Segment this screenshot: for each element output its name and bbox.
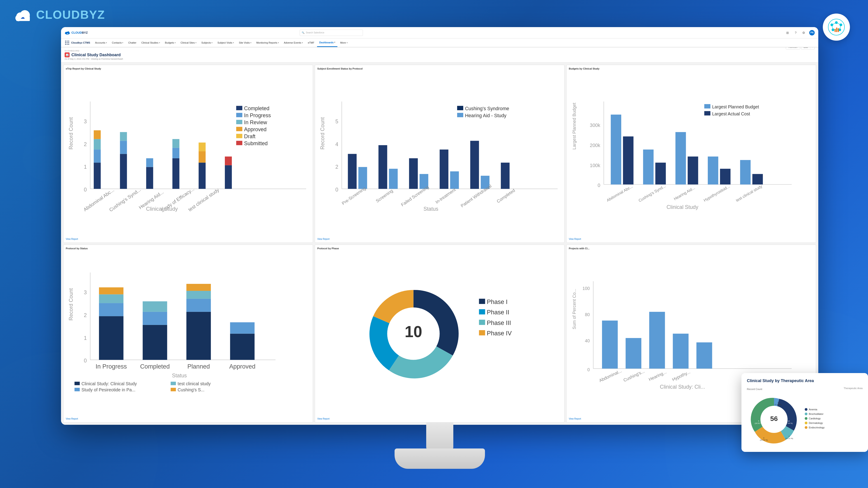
protocol-status-chart-svg: 0 1 2 3 xyxy=(66,251,310,417)
nav-item-subject-visits[interactable]: Subject Visits ▾ xyxy=(215,38,236,47)
nav-item-contacts[interactable]: Contacts ▾ xyxy=(110,38,125,47)
svg-text:Cushing's...: Cushing's... xyxy=(623,369,645,383)
sf-topbar-icons: ⊞ ? ⚙ PN xyxy=(785,30,815,35)
svg-text:Hypothy...: Hypothy... xyxy=(672,369,691,382)
svg-text:(22.22 %): (22.22 %) xyxy=(760,439,768,441)
svg-rect-139 xyxy=(170,388,176,391)
chevron-down-icon: ▾ xyxy=(106,42,107,44)
budgets-chart-body: 0 100k 200k 300k xyxy=(569,71,813,237)
svg-rect-88 xyxy=(623,136,633,185)
svg-text:2: 2 xyxy=(335,164,338,170)
svg-text:40: 40 xyxy=(585,338,590,343)
user-avatar[interactable]: PN xyxy=(809,30,815,35)
help-icon[interactable]: ? xyxy=(793,30,798,35)
svg-text:Approved: Approved xyxy=(229,363,255,370)
salesforce-ui: ☁ CLOUDBYZ 🔍 Search Salesforce ⊞ ? ⚙ PN xyxy=(61,27,818,425)
svg-rect-104 xyxy=(704,111,711,116)
monitor-base xyxy=(395,449,485,469)
svg-rect-143 xyxy=(479,299,485,304)
nav-item-clinical-studies[interactable]: Clinical Studies ▾ xyxy=(139,38,162,47)
etrip-view-report[interactable]: View Report xyxy=(66,238,310,240)
chevron-down-icon: ▾ xyxy=(250,42,251,44)
svg-text:Clinical Study: Clinical Study xyxy=(146,206,178,212)
edit-dropdown-button[interactable]: ▾ xyxy=(810,47,815,50)
monitor-screen: ☁ CLOUDBYZ 🔍 Search Salesforce ⊞ ? ⚙ PN xyxy=(61,27,818,425)
floating-icon-badge xyxy=(823,13,850,41)
nav-item-monitoring-reports[interactable]: Monitoring Reports ▾ xyxy=(254,38,281,47)
legend-item-cardiology: Cardiology xyxy=(805,417,863,420)
sf-search-box[interactable]: 🔍 Search Salesforce xyxy=(300,30,363,36)
nav-item-accounts[interactable]: Accounts ▾ xyxy=(93,38,109,47)
edit-button[interactable]: Edit xyxy=(801,47,810,50)
svg-rect-124 xyxy=(186,284,211,291)
svg-rect-23 xyxy=(146,167,153,189)
floating-donut-svg: 56 2 (7.41 %) 10 (37.04 %) 3 (11.11 %) 6… xyxy=(747,392,801,447)
svg-rect-135 xyxy=(74,388,80,391)
budgets-view-report[interactable]: View Report xyxy=(569,238,813,240)
refresh-button[interactable]: Refresh xyxy=(786,47,800,50)
svg-text:3: 3 xyxy=(789,435,790,437)
nav-item-chatter[interactable]: Chatter xyxy=(126,38,138,47)
svg-text:10: 10 xyxy=(405,323,422,340)
enrollment-title: Subject Enrollment Status by Protocol xyxy=(317,67,562,70)
enrollment-view-report[interactable]: View Report xyxy=(317,238,562,240)
svg-text:Status: Status xyxy=(172,372,187,379)
sf-cloud-icon: ☁ xyxy=(65,31,70,35)
svg-text:Abdominal...: Abdominal... xyxy=(598,368,622,383)
svg-text:Study of Pesireotide in Pa...: Study of Pesireotide in Pa... xyxy=(82,388,135,392)
nav-item-clinical-sites[interactable]: Clinical Sites ▾ xyxy=(178,38,199,47)
svg-rect-77 xyxy=(457,113,463,117)
svg-rect-145 xyxy=(479,309,485,314)
nav-item-dashboards[interactable]: Dashboards ▾ xyxy=(317,38,338,47)
svg-text:Hearing...: Hearing... xyxy=(648,370,667,382)
dashboard-title: 📊 Clinical Study Dashboard xyxy=(65,53,815,57)
protocol-phase-card: Protocol by Phase xyxy=(315,245,564,423)
svg-text:Submitted: Submitted xyxy=(244,140,268,146)
dashboard-breadcrumb: DASHBOARD xyxy=(65,50,815,52)
svg-rect-46 xyxy=(236,134,242,138)
legend-item-brochodilator: Brochodilator xyxy=(805,413,863,415)
svg-rect-192 xyxy=(836,28,837,32)
protocol-status-view-report[interactable]: View Report xyxy=(66,418,310,420)
svg-text:Largest Actual Cost: Largest Actual Cost xyxy=(712,111,750,116)
svg-rect-96 xyxy=(752,174,763,184)
svg-text:Phase I: Phase I xyxy=(487,298,507,305)
legend-item-dermatology: Dermatology xyxy=(805,422,863,424)
svg-text:2: 2 xyxy=(84,141,87,147)
svg-text:Record Count: Record Count xyxy=(68,288,74,321)
sf-topbar: ☁ CLOUDBYZ 🔍 Search Salesforce ⊞ ? ⚙ PN xyxy=(61,27,818,38)
setup-icon[interactable]: ⊞ xyxy=(785,30,790,35)
protocol-phase-view-report[interactable]: View Report xyxy=(317,418,562,420)
nav-app-label: Cloudbyz CTMS xyxy=(63,38,92,47)
sf-logo-text: CLOUDBYZ xyxy=(71,31,88,34)
chevron-down-icon: ▾ xyxy=(233,42,234,44)
svg-text:(18.52 %): (18.52 %) xyxy=(755,422,763,424)
nav-item-site-visits[interactable]: Site Visits ▾ xyxy=(237,38,253,47)
svg-text:test clinical study: test clinical study xyxy=(178,382,211,386)
svg-text:1: 1 xyxy=(84,335,87,341)
svg-text:100k: 100k xyxy=(590,163,600,168)
monitor-wrapper: ☁ CLOUDBYZ 🔍 Search Salesforce ⊞ ? ⚙ PN xyxy=(61,27,818,470)
legend-item-anemia: Anemia xyxy=(805,408,863,411)
nav-item-adverse-events[interactable]: Adverse Events ▾ xyxy=(282,38,305,47)
svg-rect-133 xyxy=(74,382,80,385)
sf-content: Refresh Edit ▾ DASHBOARD 📊 Clinical Stud… xyxy=(61,47,818,425)
svg-text:Completed: Completed xyxy=(496,188,516,204)
svg-rect-87 xyxy=(611,115,621,184)
svg-rect-159 xyxy=(649,312,665,368)
svg-text:0: 0 xyxy=(84,187,87,193)
chevron-down-icon: ▾ xyxy=(195,42,196,44)
settings-icon[interactable]: ⚙ xyxy=(801,30,807,35)
edit-button-group: Edit ▾ xyxy=(801,47,815,50)
svg-rect-137 xyxy=(170,382,176,385)
protocol-phase-title: Protocol by Phase xyxy=(317,247,562,250)
nav-item-budgets[interactable]: Budgets ▾ xyxy=(163,38,178,47)
svg-rect-147 xyxy=(479,320,485,325)
svg-rect-118 xyxy=(143,325,167,360)
nav-item-subjects[interactable]: Subjects ▾ xyxy=(199,38,215,47)
nav-item-etmf[interactable]: eTMF xyxy=(306,38,317,47)
svg-text:Largest Planned Budget: Largest Planned Budget xyxy=(572,102,577,150)
svg-rect-122 xyxy=(186,299,211,312)
svg-rect-27 xyxy=(173,139,180,148)
nav-item-more[interactable]: More ▾ xyxy=(338,38,350,47)
